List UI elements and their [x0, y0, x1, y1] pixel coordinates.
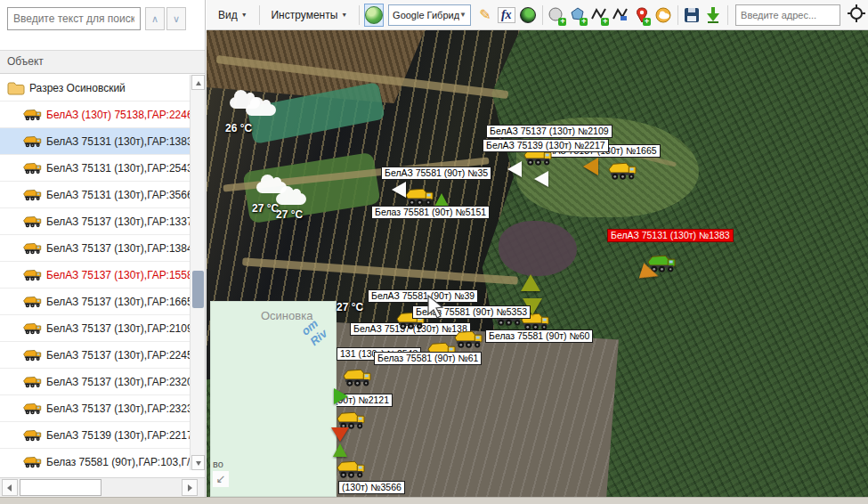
horizontal-scrollbar[interactable]	[0, 477, 205, 497]
truck-icon	[23, 242, 42, 255]
map-object-label[interactable]: БелАЗ 75137 (130т) №2109	[486, 125, 612, 138]
map-object-label[interactable]: БелАЗ 75131 (130т) №1383	[607, 229, 734, 242]
globe-layer-button[interactable]	[364, 4, 384, 27]
truck-marker-yellow[interactable]	[454, 329, 483, 353]
direction-arrow-orange-left	[583, 158, 598, 175]
tree-row[interactable]: БелАЗ 75137 (130т),ГАР:2323,Г/Н:,	[0, 395, 190, 422]
globe-dark-button[interactable]	[518, 4, 538, 27]
tree-row-label: БелАЗ 75137 (130т),ГАР:1558,Г/Н:,	[46, 269, 190, 281]
menu-view[interactable]: Вид ▼	[210, 4, 256, 26]
map-canvas[interactable]: Осиновка om Riv во ↙ 26 °C27 °C27 °C27 °…	[207, 30, 868, 497]
truck-icon	[23, 402, 42, 415]
tree-row[interactable]: БелАЗ (130т) 75138,ГАР:2246,Г/Н:,	[0, 102, 190, 128]
tree-row[interactable]: Белаз 75581 (90т),ГАР:103,Г/Н: (СС	[0, 449, 190, 470]
truck-marker-yellow[interactable]	[608, 161, 637, 184]
add-polyline-button[interactable]: +	[589, 4, 609, 27]
add-ellipse-button[interactable]: +	[547, 4, 566, 27]
edit-pencil-button[interactable]: ✎	[475, 4, 495, 27]
truck-marker-yellow[interactable]	[337, 459, 366, 483]
status-strip	[0, 497, 868, 504]
tree-row[interactable]: БелАЗ 75131 (130т),ГАР:3566,Г/Н:,	[0, 182, 190, 208]
add-polygon-button[interactable]: +	[568, 4, 588, 27]
export-button[interactable]	[703, 4, 723, 27]
truck-icon	[23, 429, 42, 442]
edit-pencil-icon: ✎	[479, 6, 491, 23]
address-input[interactable]	[735, 4, 840, 26]
folder-icon	[7, 81, 25, 95]
tree-row[interactable]: БелАЗ 75137 (130т),ГАР:1665,Г/Н:,	[0, 289, 190, 315]
map-object-label[interactable]: Белаз 75581 (90т) №5151	[371, 206, 490, 219]
tree-row[interactable]: БелАЗ 75131 (130т),ГАР:2543,Г/Н:,	[0, 155, 190, 182]
map-object-label[interactable]: Белаз 75581 (90т) №60	[485, 329, 593, 343]
save-button[interactable]	[683, 4, 702, 27]
scroll-down-button[interactable]	[191, 455, 205, 470]
tree-row[interactable]: БелАЗ 75131 (130т),ГАР:1383,Г/Н:,	[0, 128, 190, 155]
route-track-button[interactable]	[611, 4, 630, 27]
add-placemark-icon: +	[635, 7, 649, 23]
tree-row[interactable]: БелАЗ 75137 (130т),ГАР:1337,Г/Н:,	[0, 208, 190, 235]
scroll-right-button[interactable]	[182, 479, 198, 496]
weather-overlay-button[interactable]	[653, 4, 673, 27]
globe-layer-icon	[365, 6, 383, 24]
spoil-terrain	[499, 221, 577, 276]
weather-overlay-icon	[654, 7, 672, 23]
map-object-label[interactable]: БелАЗ 75139 (130т) №2217	[483, 139, 609, 152]
map-object-label[interactable]: (130т) №3566	[338, 481, 405, 494]
direction-arrow-green-right	[334, 388, 348, 404]
truck-icon	[23, 162, 42, 175]
tree-row[interactable]: БелАЗ 75137 (130т),ГАР:1558,Г/Н:,	[0, 262, 190, 289]
truck-icon	[23, 349, 42, 362]
scroll-up-button[interactable]	[191, 75, 205, 90]
toolbar-separator	[727, 5, 728, 25]
scroll-left-button[interactable]	[2, 479, 18, 496]
formula-fx-icon: fx	[498, 7, 515, 23]
menu-tools[interactable]: Инструменты ▼	[263, 4, 355, 26]
tree-row-label: БелАЗ 75137 (130т),ГАР:2320,Г/Н:2	[46, 376, 190, 388]
vertical-scrollbar[interactable]	[190, 75, 205, 470]
formula-button[interactable]: fx	[497, 4, 516, 27]
tree-folder-row[interactable]: Разрез Осиновский	[0, 75, 190, 102]
locate-button[interactable]	[846, 4, 867, 27]
tree-row[interactable]: БелАЗ 75137 (130т),ГАР:2109,Г/Н:,	[0, 315, 190, 342]
tree-row[interactable]: БелАЗ 75137 (130т),ГАР:1384,Г/Н:,	[0, 235, 190, 262]
object-panel: ∧ ∨ Объект Разрез Осиновский БелАЗ (130т…	[0, 0, 206, 497]
mouse-cursor	[426, 294, 445, 324]
direction-arrow-olive-up	[521, 274, 540, 291]
truck-icon	[23, 269, 42, 281]
map-object-label[interactable]: БелАЗ 75581 (90т) №39	[368, 289, 478, 303]
search-prev-button[interactable]: ∧	[145, 7, 165, 30]
tree-row[interactable]: БелАЗ 75137 (130т),ГАР:2320,Г/Н:2	[0, 369, 190, 395]
search-next-button[interactable]: ∨	[166, 7, 186, 30]
map-object-label[interactable]: Белаз 75581 (90т) №61	[374, 352, 482, 365]
locate-crosshair-icon	[847, 4, 866, 27]
chevron-down-icon: ▼	[459, 11, 466, 19]
tree-row[interactable]: БелАЗ 75137 (130т),ГАР:2245,Г/Н:,	[0, 342, 190, 369]
tree-row-label: БелАЗ 75137 (130т),ГАР:2109,Г/Н:,	[46, 322, 190, 335]
tree-row-label: БелАЗ 75131 (130т),ГАР:1383,Г/Н:,	[46, 135, 190, 148]
layer-select[interactable]: Google Гибрид ▼	[388, 4, 471, 26]
tree-row-label: БелАЗ 75137 (130т),ГАР:1337,Г/Н:,	[46, 215, 190, 228]
map-object-label[interactable]: БелАЗ 75581 (90т) №35	[381, 167, 491, 180]
add-placemark-button[interactable]: +	[632, 4, 652, 27]
layer-select-value: Google Гибрид	[393, 10, 459, 20]
add-polygon-icon: +	[570, 7, 586, 23]
search-input[interactable]	[7, 7, 141, 30]
toolbar-separator	[359, 5, 360, 25]
horizontal-scroll-thumb[interactable]	[20, 479, 101, 496]
temperature-label: 27 °C	[276, 208, 303, 221]
town-label: Осиновка	[261, 309, 312, 322]
resize-corner-icon[interactable]: ↙	[213, 471, 229, 487]
chevron-down-icon: ▼	[241, 12, 247, 18]
temperature-label: 27 °C	[252, 202, 279, 215]
truck-icon	[23, 189, 42, 201]
weather-cloud-icon	[276, 193, 306, 205]
truck-icon	[23, 376, 42, 388]
tree-row-label: БелАЗ 75137 (130т),ГАР:2245,Г/Н:,	[46, 349, 190, 362]
tree-row-label: БелАЗ 75137 (130т),ГАР:1384,Г/Н:,	[46, 242, 190, 255]
inset-corner-label: во	[213, 459, 223, 469]
vertical-scroll-thumb[interactable]	[192, 271, 204, 308]
truck-icon	[23, 456, 42, 468]
object-list-wrap: Разрез Осиновский БелАЗ (130т) 75138,ГАР…	[0, 75, 205, 470]
tree-row[interactable]: БелАЗ 75139 (130т),ГАР:2217,Г/Н:,	[0, 422, 190, 449]
menu-tools-label: Инструменты	[271, 9, 337, 21]
